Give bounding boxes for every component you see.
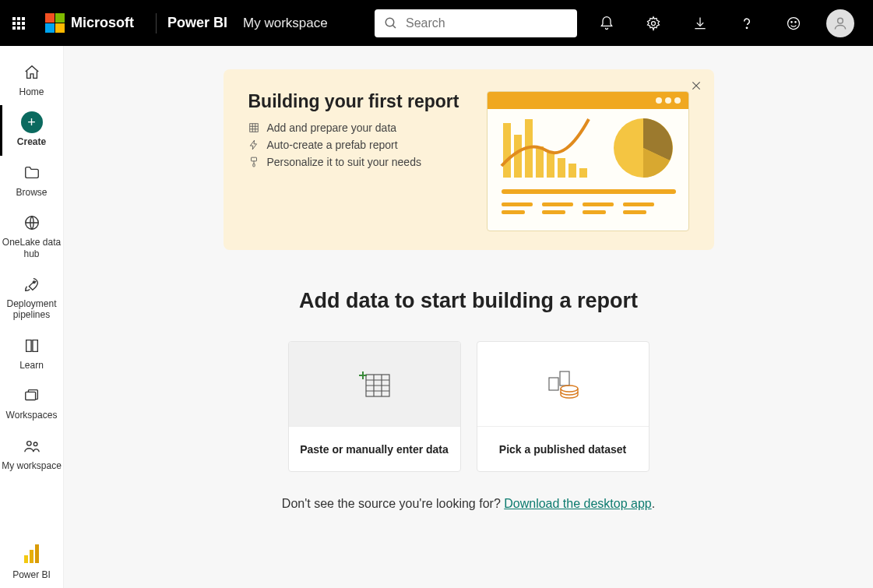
svg-point-3 [746,27,747,28]
workspaces-icon [21,385,43,407]
svg-point-7 [838,18,843,23]
folder-icon [21,162,43,184]
help-icon[interactable] [733,9,761,37]
search-input[interactable] [406,16,568,30]
microsoft-logo[interactable]: Microsoft [45,13,134,33]
card-label: Pick a published dataset [477,426,649,471]
sidebar-item-create[interactable]: + Create [0,105,64,155]
first-report-banner: Building your first report Add and prepa… [224,69,714,250]
onelake-icon [21,212,43,234]
sidebar-item-powerbi[interactable]: Power BI [0,537,64,588]
svg-rect-49 [549,378,558,390]
sidebar-item-myworkspace[interactable]: My workspace [0,429,64,479]
sidebar-item-learn[interactable]: Learn [0,329,64,379]
svg-point-21 [665,97,671,104]
dataset-icon [546,368,580,400]
data-source-cards: Paste or manually enter data Pick a publ… [288,341,649,472]
svg-rect-16 [249,124,258,132]
account-avatar[interactable] [826,9,854,37]
banner-step-3: Personalize it to suit your needs [248,156,487,168]
svg-rect-37 [583,202,614,206]
download-icon[interactable] [686,9,714,37]
left-sidebar: Home + Create Browse OneLake data hub De… [0,46,64,588]
workspace-breadcrumb[interactable]: My workspace [243,16,328,31]
svg-rect-36 [542,210,565,214]
app-launcher-icon[interactable] [12,17,25,30]
svg-point-4 [788,17,800,29]
rocket-icon [21,273,43,295]
sidebar-item-home[interactable]: Home [0,55,64,105]
app-header: Microsoft Power BI My workspace [0,0,873,46]
close-icon [691,80,702,91]
sidebar-item-browse[interactable]: Browse [0,156,64,206]
svg-rect-10 [25,393,35,400]
svg-rect-15 [35,544,39,563]
svg-point-11 [26,441,31,445]
svg-rect-29 [569,164,576,178]
svg-rect-39 [623,202,654,206]
svg-rect-14 [30,550,33,563]
grid-icon [248,122,259,133]
svg-rect-18 [252,164,254,167]
feedback-icon[interactable] [780,9,808,37]
sidebar-item-onelake[interactable]: OneLake data hub [0,206,64,267]
powerbi-icon [21,543,43,565]
svg-rect-27 [547,153,554,178]
svg-rect-13 [24,555,28,563]
lightning-icon [248,139,259,150]
notifications-icon[interactable] [593,9,621,37]
svg-rect-24 [514,135,522,178]
main-content: Building your first report Add and prepa… [64,46,873,588]
svg-point-51 [561,386,578,392]
svg-point-0 [385,18,394,26]
card-pick-dataset[interactable]: Pick a published dataset [477,341,649,472]
download-desktop-link[interactable]: Download the desktop app [504,497,651,510]
banner-step-2: Auto-create a prefab report [248,139,487,151]
search-icon [384,16,398,30]
sidebar-item-workspaces[interactable]: Workspaces [0,379,64,428]
svg-rect-38 [583,210,606,214]
table-add-icon [358,370,391,398]
svg-rect-23 [503,123,511,178]
paint-icon [248,157,259,167]
home-icon [21,62,43,83]
svg-rect-35 [542,202,573,206]
banner-step-1: Add and prepare your data [248,121,487,134]
svg-rect-34 [502,210,525,214]
card-paste-data[interactable]: Paste or manually enter data [288,341,461,472]
svg-point-22 [674,97,681,104]
svg-point-5 [791,21,792,22]
banner-title: Building your first report [248,91,487,112]
search-box[interactable] [375,9,577,37]
section-heading: Add data to start building a report [299,289,638,313]
book-icon [21,335,43,357]
footer-hint: Don't see the source you're looking for?… [282,497,655,511]
svg-rect-28 [558,158,565,178]
svg-rect-17 [251,157,256,161]
settings-icon[interactable] [639,9,667,37]
svg-rect-40 [623,210,646,214]
microsoft-label: Microsoft [71,15,134,31]
header-actions [593,9,854,37]
people-icon [21,435,43,457]
svg-rect-30 [579,168,587,178]
card-label: Paste or manually enter data [289,426,460,471]
svg-point-20 [656,97,662,104]
banner-illustration [487,91,689,231]
svg-point-12 [33,442,37,445]
svg-line-1 [392,25,396,28]
svg-rect-32 [502,189,676,194]
product-title[interactable]: Power BI [167,15,227,31]
banner-close-button[interactable] [691,80,702,94]
sidebar-item-deployment[interactable]: Deployment pipelines [0,267,64,329]
svg-rect-26 [536,146,544,178]
svg-rect-33 [502,202,533,206]
divider [156,13,157,33]
svg-point-6 [795,21,796,22]
svg-rect-50 [560,371,569,386]
svg-point-2 [652,21,656,25]
create-icon: + [21,111,43,133]
